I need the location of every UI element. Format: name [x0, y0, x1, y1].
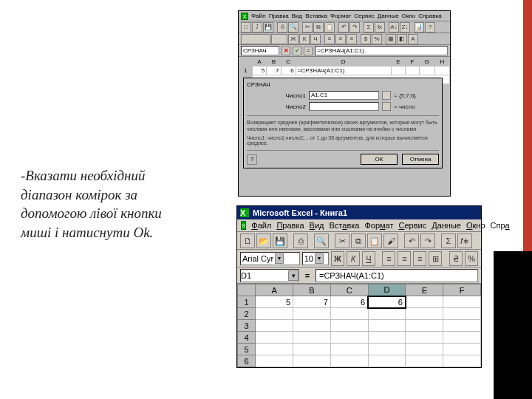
- bold-icon[interactable]: Ж: [288, 34, 299, 44]
- font-combo[interactable]: [241, 34, 270, 44]
- col-B[interactable]: B: [267, 58, 281, 66]
- field1-input[interactable]: A1:C1: [309, 91, 379, 100]
- col-B[interactable]: B: [293, 284, 331, 296]
- undo-icon[interactable]: ↶: [338, 22, 349, 33]
- menu-format[interactable]: Формат: [364, 221, 393, 230]
- col-C[interactable]: C: [330, 284, 368, 296]
- print-icon[interactable]: ⎙: [293, 233, 308, 248]
- cell-D1[interactable]: =СРЗНАЧ(A1:C1): [296, 66, 391, 75]
- corner-cell[interactable]: [238, 284, 256, 296]
- dropdown-arrow-icon[interactable]: ▾: [288, 270, 299, 281]
- font-combo[interactable]: Arial Cyr ▾: [240, 252, 300, 265]
- menu-view[interactable]: Вид: [310, 221, 324, 230]
- save-icon[interactable]: 💾: [273, 233, 287, 248]
- range-select-icon-2[interactable]: [382, 102, 391, 111]
- help-button[interactable]: ?: [247, 154, 257, 165]
- sort-desc-icon[interactable]: Z↓: [400, 22, 410, 33]
- size-combo[interactable]: [271, 34, 287, 44]
- redo-icon[interactable]: ↷: [349, 22, 360, 33]
- cell-C1[interactable]: 6: [330, 296, 368, 308]
- sum-icon[interactable]: Σ: [364, 22, 374, 33]
- paste-icon[interactable]: 📋: [367, 233, 382, 248]
- cancel-button[interactable]: Отмена: [402, 154, 439, 165]
- cell-A1[interactable]: 5: [252, 66, 266, 75]
- align-center-icon[interactable]: ≡: [398, 251, 411, 266]
- undo-icon[interactable]: ↶: [404, 233, 419, 248]
- cell-C1[interactable]: 6: [281, 66, 296, 75]
- help-icon[interactable]: ?: [425, 22, 435, 33]
- chart-icon[interactable]: 📊: [414, 22, 424, 33]
- cell-B1[interactable]: 7: [267, 66, 281, 75]
- col-G[interactable]: G: [419, 58, 434, 66]
- borders-icon[interactable]: ▦: [386, 34, 396, 44]
- copy-icon[interactable]: ⧉: [313, 22, 324, 33]
- cut-icon[interactable]: ✂: [335, 233, 349, 248]
- sum-icon[interactable]: Σ: [441, 233, 456, 248]
- align-center-icon[interactable]: ≡: [335, 34, 346, 44]
- menu-service[interactable]: Сервис: [354, 13, 374, 19]
- dropdown-arrow-icon[interactable]: ▾: [275, 253, 284, 264]
- sort-asc-icon[interactable]: A↓: [389, 22, 399, 33]
- open-icon[interactable]: ⤴: [252, 22, 262, 33]
- size-combo[interactable]: 10 ▾: [302, 252, 329, 265]
- align-right-icon[interactable]: ≡: [347, 34, 357, 44]
- dropdown-arrow-icon[interactable]: ▾: [315, 253, 324, 264]
- cell-D1[interactable]: 6: [368, 296, 406, 308]
- menu-insert[interactable]: Вставка: [305, 13, 327, 19]
- menu-view[interactable]: Вид: [292, 13, 302, 19]
- formula-input[interactable]: =СРЗНАЧ(A1:C1): [315, 46, 448, 55]
- paste-icon[interactable]: 📋: [324, 22, 335, 33]
- cell-G1[interactable]: [419, 66, 434, 75]
- cell-B1[interactable]: 7: [293, 296, 331, 308]
- col-F[interactable]: F: [406, 58, 420, 66]
- range-select-icon[interactable]: [382, 91, 391, 100]
- brush-icon[interactable]: 🖌: [383, 233, 398, 248]
- italic-icon[interactable]: К: [299, 34, 310, 44]
- menu-edit[interactable]: Правка: [276, 221, 304, 230]
- italic-button[interactable]: К: [347, 251, 360, 266]
- currency-icon[interactable]: ₴: [449, 251, 463, 266]
- fx-icon[interactable]: fx: [375, 22, 385, 33]
- percent-button[interactable]: %: [465, 251, 478, 266]
- menu-data[interactable]: Данные: [432, 221, 461, 230]
- row-1[interactable]: 1: [238, 296, 256, 308]
- menu-file[interactable]: Файл: [251, 13, 266, 19]
- name-box[interactable]: СРЗНАЧ: [241, 46, 279, 55]
- underline-button[interactable]: Ч: [362, 251, 375, 266]
- fx-icon[interactable]: f∗: [457, 233, 472, 248]
- row-4[interactable]: 4: [238, 332, 256, 344]
- preview-icon[interactable]: 🔍: [314, 233, 329, 248]
- col-D[interactable]: D: [296, 58, 391, 66]
- row-5[interactable]: 5: [238, 344, 256, 355]
- menu-window[interactable]: Окно: [402, 13, 416, 19]
- currency-icon[interactable]: $: [361, 34, 371, 44]
- new-icon[interactable]: □: [241, 22, 251, 33]
- menu-data[interactable]: Данные: [378, 13, 399, 19]
- cell-F1[interactable]: [406, 66, 420, 75]
- equals-icon[interactable]: =: [304, 47, 313, 55]
- row-6[interactable]: 6: [238, 355, 256, 367]
- fill-icon[interactable]: ◧: [397, 34, 407, 44]
- align-left-icon[interactable]: ≡: [382, 251, 395, 266]
- print-icon[interactable]: ⎙: [277, 22, 287, 33]
- col-D[interactable]: D: [368, 284, 406, 296]
- row-1[interactable]: 1: [239, 66, 253, 75]
- open-icon[interactable]: 📂: [256, 233, 271, 248]
- save-icon[interactable]: 💾: [263, 22, 273, 33]
- menu-help[interactable]: Спра: [491, 221, 510, 230]
- menu-service[interactable]: Сервис: [399, 221, 427, 230]
- cell-H1[interactable]: [434, 66, 449, 75]
- percent-icon[interactable]: %: [372, 34, 382, 44]
- cell-E1[interactable]: [391, 66, 405, 75]
- col-F[interactable]: F: [443, 284, 481, 296]
- name-box[interactable]: D1 ▾: [240, 269, 299, 282]
- corner-cell[interactable]: [239, 58, 253, 66]
- align-right-icon[interactable]: ≡: [413, 251, 426, 266]
- menu-format[interactable]: Формат: [330, 13, 351, 19]
- col-C[interactable]: C: [281, 58, 296, 66]
- cell-A1[interactable]: 5: [256, 296, 293, 308]
- field2-input[interactable]: [309, 102, 379, 111]
- accept-formula-icon[interactable]: ✓: [293, 47, 301, 55]
- menu-window[interactable]: Окно: [466, 221, 485, 230]
- col-H[interactable]: H: [434, 58, 449, 66]
